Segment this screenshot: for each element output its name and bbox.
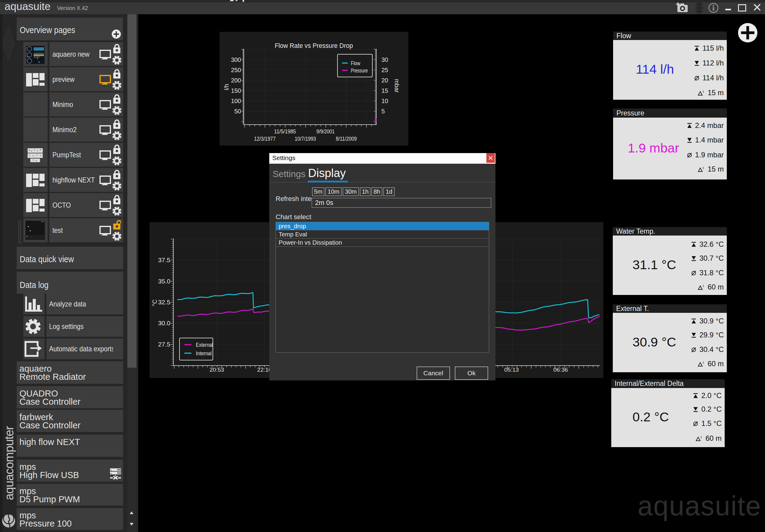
svg-text:11/5/1985: 11/5/1985	[274, 128, 296, 135]
svg-text:06:36: 06:36	[553, 366, 568, 373]
svg-text:mbar: mbar	[393, 79, 400, 93]
svg-text:t: t	[703, 167, 704, 170]
svg-text:External: External	[196, 342, 213, 348]
svg-text:t: t	[703, 284, 704, 288]
svg-text:12/3/1977: 12/3/1977	[254, 136, 276, 142]
svg-text:5: 5	[382, 108, 385, 115]
svg-text:l/h: l/h	[223, 84, 230, 90]
svg-text:Internal: Internal	[196, 350, 212, 356]
svg-text:30: 30	[382, 56, 388, 63]
svg-text:50: 50	[234, 108, 241, 115]
svg-text:37.5: 37.5	[158, 257, 170, 264]
svg-text:t: t	[701, 436, 702, 439]
svg-text:32.5: 32.5	[158, 298, 170, 305]
svg-text:250: 250	[231, 67, 241, 73]
svg-text:9/9/2001: 9/9/2001	[317, 128, 335, 135]
svg-text:t: t	[703, 361, 704, 364]
svg-text:t: t	[703, 90, 704, 93]
svg-text:27.5: 27.5	[158, 341, 170, 348]
svg-text:20:53: 20:53	[210, 366, 224, 373]
svg-text:8/11/2009: 8/11/2009	[336, 136, 357, 142]
svg-text:35.0: 35.0	[158, 278, 170, 284]
svg-text:15: 15	[382, 87, 388, 94]
svg-text:Flow: Flow	[351, 60, 361, 66]
svg-text:25: 25	[382, 67, 388, 73]
svg-text:100: 100	[231, 98, 241, 104]
svg-text:200: 200	[231, 77, 241, 84]
svg-text:Flow Rate vs Pressure Drop: Flow Rate vs Pressure Drop	[275, 42, 353, 49]
svg-text:150: 150	[231, 87, 241, 94]
svg-text:300: 300	[231, 56, 241, 63]
svg-text:10: 10	[382, 98, 388, 104]
svg-text:05:13: 05:13	[504, 366, 519, 373]
svg-text:°C: °C	[151, 299, 158, 306]
svg-text:30.0: 30.0	[158, 319, 170, 326]
svg-text:20: 20	[382, 77, 388, 84]
svg-text:Pressure: Pressure	[351, 68, 368, 74]
svg-text:10/7/1993: 10/7/1993	[295, 136, 316, 142]
